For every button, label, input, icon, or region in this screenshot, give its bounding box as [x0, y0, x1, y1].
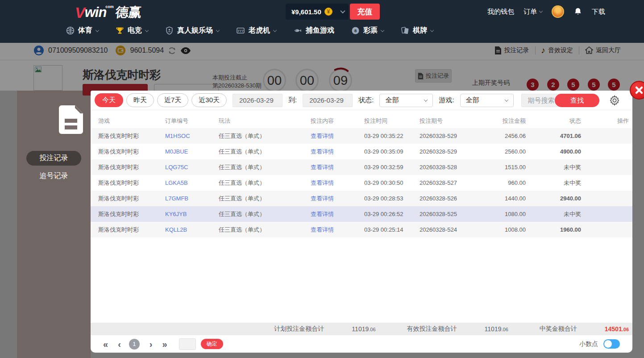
cell-play-type: 任三直选（单式）	[219, 195, 265, 202]
page-jump-input[interactable]	[179, 338, 196, 350]
table-row[interactable]: 斯洛伐克时时彩LQG75C任三直选（单式）查看详情03-29 00:32:592…	[91, 159, 632, 175]
col-header-0: 游戏	[91, 114, 165, 128]
cards-icon	[401, 26, 409, 35]
search-button[interactable]: 查找	[555, 94, 599, 107]
col-header-4: 投注时间	[364, 114, 420, 128]
nav-item-0[interactable]: 体育	[66, 26, 99, 35]
table-row[interactable]: 斯洛伐克时时彩M1HSOC任三直选（单式）查看详情03-29 00:35:222…	[91, 128, 632, 144]
deposit-button[interactable]: 充值	[350, 4, 380, 20]
cell-game: 斯洛伐克时时彩	[98, 148, 139, 155]
svg-text:777: 777	[237, 29, 244, 33]
game-selected-value: 全部	[466, 96, 479, 104]
table-header-row: 游戏订单编号玩法投注内容投注时间投注期号投注金额状态操作	[91, 114, 632, 128]
quick-filters: 今天昨天近7天近30天	[95, 93, 227, 107]
view-details-link[interactable]: 查看详情	[311, 211, 334, 217]
game-select[interactable]: 全部	[460, 94, 514, 107]
date-from-input[interactable]	[233, 94, 283, 107]
win-total-label: 中奖金额合计	[540, 325, 577, 333]
totals-bar: 计划投注金额合计 11019.06 有效投注金额合计 11019.06 中奖金额…	[91, 323, 632, 335]
nav-item-5[interactable]: 8彩票	[351, 26, 384, 35]
balance-dropdown-button[interactable]	[337, 4, 349, 20]
quick-filter-3[interactable]: 近30天	[191, 93, 227, 107]
quick-filter-2[interactable]: 近7天	[157, 93, 188, 107]
cell-bet-time: 03-29 00:35:09	[364, 148, 403, 155]
brand-logo[interactable]: Vwincom德赢	[75, 3, 141, 22]
lottery-icon: 8	[351, 26, 360, 35]
page-confirm-button[interactable]: 确定	[201, 339, 223, 349]
decimal-toggle[interactable]	[603, 339, 620, 349]
cell-status: 4900.00	[560, 148, 581, 155]
last-page-icon[interactable]: »	[162, 340, 167, 349]
user-avatar[interactable]	[552, 5, 564, 18]
cell-play-type: 任三直选（单式）	[219, 148, 265, 155]
quick-filter-1[interactable]: 昨天	[126, 93, 154, 107]
status-select[interactable]: 全部	[379, 94, 433, 107]
fish-icon	[293, 26, 302, 35]
settings-gear-icon[interactable]	[609, 95, 620, 106]
decimal-toggle-group: 小数点	[579, 339, 620, 349]
cell-bet-time: 03-29 00:30:50	[364, 179, 403, 186]
tab-bet-records[interactable]: 投注记录	[26, 151, 81, 166]
order-id-link[interactable]: M1HSOC	[165, 133, 190, 139]
nav-item-6[interactable]: 棋牌	[401, 26, 433, 35]
balance-group: ¥9,601.50 ¥ 充值	[286, 4, 380, 20]
chevron-down-icon	[381, 28, 384, 32]
nav-item-1[interactable]: 电竞	[116, 26, 148, 35]
prev-page-icon[interactable]: ‹	[118, 340, 121, 349]
order-id-link[interactable]: M0JBUE	[165, 148, 188, 155]
order-id-link[interactable]: KY6JYB	[165, 211, 187, 217]
nav-item-3[interactable]: 777老虎机	[236, 26, 276, 35]
view-details-link[interactable]: 查看详情	[311, 148, 334, 155]
table-row[interactable]: 斯洛伐克时时彩LGKA5B任三直选（单式）查看详情03-29 00:30:502…	[91, 175, 632, 191]
tab-chase-records[interactable]: 追号记录	[26, 170, 81, 182]
cell-status: 2940.00	[560, 195, 581, 202]
table-row[interactable]: 斯洛伐克时时彩KQLL2B任三直选（单式）查看详情03-29 00:25:142…	[91, 222, 632, 237]
order-id-link[interactable]: KQLL2B	[165, 226, 187, 233]
notifications-bell-icon[interactable]	[573, 7, 582, 16]
first-page-icon[interactable]: «	[103, 340, 108, 349]
main-menu: 体育电竞真人娱乐场777老虎机捕鱼游戏8彩票棋牌	[66, 26, 433, 35]
view-details-link[interactable]: 查看详情	[311, 226, 334, 233]
view-details-link[interactable]: 查看详情	[311, 133, 334, 139]
cell-bet-time: 03-29 00:25:14	[364, 226, 403, 233]
table-row[interactable]: 斯洛伐克时时彩KY6JYB任三直选（单式）查看详情03-29 00:26:522…	[91, 206, 632, 222]
view-details-link[interactable]: 查看详情	[311, 164, 334, 171]
cell-bet-period: 20260328-524	[420, 226, 457, 233]
cell-play-type: 任三直选（单式）	[219, 179, 265, 186]
current-page-badge[interactable]: 1	[129, 339, 140, 350]
status-label: 状态:	[358, 96, 374, 104]
cell-operations	[583, 128, 632, 144]
order-id-link[interactable]: LGKA5B	[165, 179, 188, 186]
cell-bet-period: 20260328-526	[420, 195, 457, 202]
nav-item-4[interactable]: 捕鱼游戏	[293, 26, 334, 35]
table-row[interactable]: 斯洛伐克时时彩L7GMFB任三直选（单式）查看详情03-29 00:28:532…	[91, 191, 632, 206]
coin-icon: ¥	[324, 8, 332, 16]
view-details-link[interactable]: 查看详情	[311, 179, 334, 186]
cell-game: 斯洛伐克时时彩	[98, 164, 139, 171]
download-link[interactable]: 下载	[592, 8, 605, 16]
order-id-link[interactable]: LQG75C	[165, 164, 188, 171]
cell-status: 1960.00	[560, 226, 581, 233]
svg-text:8: 8	[354, 28, 357, 33]
col-header-8: 操作	[583, 114, 632, 128]
document-icon	[59, 105, 83, 134]
view-details-link[interactable]: 查看详情	[311, 195, 334, 202]
nav-item-2[interactable]: 真人娱乐场	[165, 26, 219, 35]
chevron-down-icon	[145, 28, 149, 32]
cell-bet-amount: 2560.00	[505, 148, 526, 155]
bet-records-modal: 今天昨天近7天近30天 到: 状态: 全部 游戏: 全部 查找 游戏订单编号玩法…	[91, 91, 632, 353]
my-wallet-link[interactable]: 我的钱包	[487, 8, 514, 16]
quick-filter-0[interactable]: 今天	[95, 93, 123, 107]
orders-menu[interactable]: 订单	[524, 8, 542, 16]
planned-total-value: 11019.06	[352, 325, 375, 333]
next-page-icon[interactable]: ›	[150, 340, 153, 349]
cell-bet-period: 20260328-525	[420, 211, 457, 217]
cell-bet-period: 20260328-528	[420, 164, 457, 171]
date-to-input[interactable]	[303, 94, 353, 107]
balance-display[interactable]: ¥9,601.50 ¥	[286, 4, 337, 20]
chevron-down-icon	[340, 8, 345, 13]
to-label: 到:	[288, 96, 297, 104]
table-row[interactable]: 斯洛伐克时时彩M0JBUE任三直选（单式）查看详情03-29 00:35:092…	[91, 144, 632, 159]
order-id-link[interactable]: L7GMFB	[165, 195, 188, 202]
cell-play-type: 任三直选（单式）	[219, 164, 265, 171]
